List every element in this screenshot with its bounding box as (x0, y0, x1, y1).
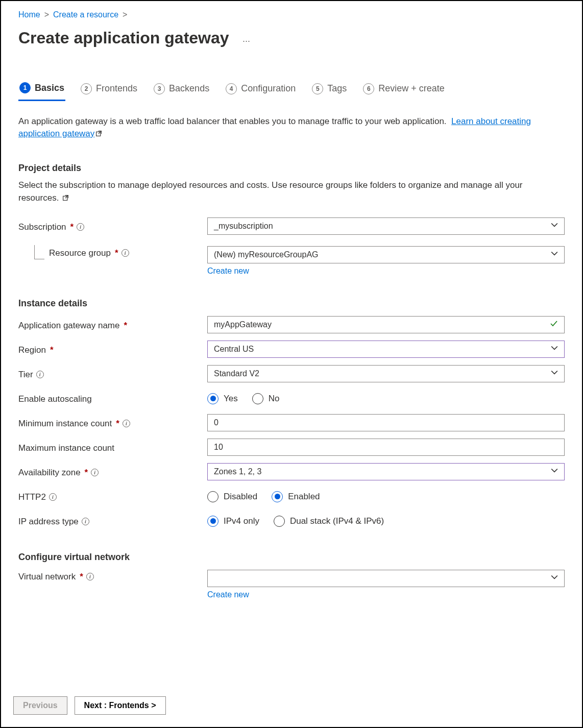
info-icon[interactable]: i (86, 573, 94, 580)
tab-label: Configuration (241, 83, 296, 94)
tab-frontends[interactable]: 2 Frontends (80, 82, 138, 101)
gateway-name-label: Application gateway name* (18, 319, 207, 331)
info-icon[interactable]: i (49, 493, 57, 501)
tab-number: 5 (312, 83, 323, 94)
tab-label: Tags (327, 83, 347, 94)
http2-enabled-radio[interactable]: Enabled (272, 491, 320, 502)
intro-text: An application gateway is a web traffic … (18, 115, 565, 140)
autoscaling-radio-group: Yes No (207, 392, 565, 404)
tier-dropdown[interactable]: Standard V2 (207, 365, 565, 382)
page-title: Create application gateway (18, 29, 229, 47)
max-instance-input[interactable]: 10 (207, 439, 565, 456)
tab-label: Frontends (96, 83, 137, 94)
tab-review-create[interactable]: 6 Review + create (362, 82, 446, 101)
chevron-down-icon (551, 574, 558, 583)
info-icon[interactable]: i (82, 518, 89, 525)
tab-number: 3 (154, 83, 165, 94)
chevron-right-icon: > (44, 10, 49, 19)
ip-type-ipv4-radio[interactable]: IPv4 only (207, 516, 259, 527)
availability-zone-label: Availability zone* i (18, 466, 207, 478)
ip-type-dualstack-radio[interactable]: Dual stack (IPv4 & IPv6) (274, 516, 384, 527)
tree-connector-icon (34, 245, 44, 259)
create-new-resource-group-link[interactable]: Create new (207, 266, 249, 276)
ip-type-radio-group: IPv4 only Dual stack (IPv4 & IPv6) (207, 515, 565, 527)
next-button[interactable]: Next : Frontends > (75, 696, 166, 715)
section-desc-project: Select the subscription to manage deploy… (18, 179, 565, 205)
info-icon[interactable]: i (123, 420, 130, 427)
vnet-label: Virtual network* i (18, 570, 207, 582)
section-heading-vnet: Configure virtual network (18, 552, 565, 563)
tab-configuration[interactable]: 4 Configuration (225, 82, 297, 101)
subscription-label: Subscription* i (18, 220, 207, 232)
section-heading-instance: Instance details (18, 298, 565, 309)
tab-number: 2 (81, 83, 92, 94)
tab-label: Review + create (378, 83, 445, 94)
vnet-dropdown[interactable] (207, 570, 565, 587)
tab-backends[interactable]: 3 Backends (153, 82, 210, 101)
breadcrumb: Home > Create a resource > (18, 8, 565, 19)
autoscaling-no-radio[interactable]: No (252, 393, 280, 404)
tab-tags[interactable]: 5 Tags (311, 82, 348, 101)
chevron-down-icon (551, 222, 558, 231)
more-actions-icon[interactable]: ⋯ (242, 36, 252, 45)
min-instance-label: Minimum instance count* i (18, 417, 207, 429)
ip-type-label: IP address type i (18, 515, 207, 527)
region-label: Region* (18, 343, 207, 355)
http2-radio-group: Disabled Enabled (207, 490, 565, 502)
tab-number: 6 (363, 83, 374, 94)
tab-number: 4 (226, 83, 237, 94)
chevron-down-icon (551, 250, 558, 259)
resource-group-label: Resource group* i (18, 246, 207, 258)
tab-label: Backends (169, 83, 209, 94)
external-link-icon (62, 192, 69, 205)
checkmark-icon (550, 320, 558, 330)
breadcrumb-home[interactable]: Home (18, 10, 40, 19)
subscription-dropdown[interactable]: _mysubscription (207, 217, 565, 235)
info-icon[interactable]: i (91, 469, 99, 476)
gateway-name-input[interactable]: myAppGateway (207, 316, 565, 333)
info-icon[interactable]: i (77, 223, 84, 231)
tab-label: Basics (35, 83, 64, 93)
external-link-icon (95, 128, 102, 140)
wizard-footer: Previous Next : Frontends > (1, 690, 582, 727)
chevron-down-icon (551, 467, 558, 476)
max-instance-label: Maximum instance count (18, 441, 207, 453)
tab-number: 1 (19, 82, 31, 93)
min-instance-input[interactable]: 0 (207, 414, 565, 431)
region-dropdown[interactable]: Central US (207, 341, 565, 358)
wizard-tabs: 1 Basics 2 Frontends 3 Backends 4 Config… (18, 82, 565, 101)
autoscaling-label: Enable autoscaling (18, 392, 207, 404)
http2-label: HTTP2 i (18, 490, 207, 502)
previous-button: Previous (13, 696, 67, 715)
chevron-down-icon (551, 369, 558, 378)
breadcrumb-create-resource[interactable]: Create a resource (53, 10, 118, 19)
chevron-right-icon: > (123, 10, 127, 19)
section-heading-project: Project details (18, 163, 565, 174)
chevron-down-icon (551, 345, 558, 354)
info-icon[interactable]: i (122, 249, 129, 257)
availability-zone-dropdown[interactable]: Zones 1, 2, 3 (207, 463, 565, 480)
info-icon[interactable]: i (36, 371, 44, 378)
autoscaling-yes-radio[interactable]: Yes (207, 393, 238, 404)
tab-basics[interactable]: 1 Basics (18, 82, 65, 101)
create-new-vnet-link[interactable]: Create new (207, 590, 249, 599)
resource-group-dropdown[interactable]: (New) myResourceGroupAG (207, 246, 565, 263)
tier-label: Tier i (18, 368, 207, 380)
http2-disabled-radio[interactable]: Disabled (207, 491, 257, 502)
